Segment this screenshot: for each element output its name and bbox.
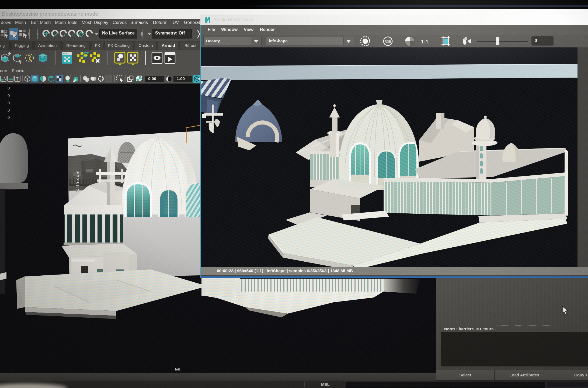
select-camera-icon[interactable] — [1, 76, 6, 81]
rgb-channel-icon[interactable]: RGB — [384, 37, 392, 46]
shelf-tab-animation[interactable]: Animation — [35, 41, 60, 50]
select-by-object-icon[interactable] — [9, 28, 18, 40]
shelf-tab-custom[interactable]: Custom — [135, 41, 156, 50]
polymesh-icon[interactable] — [39, 53, 47, 63]
notes-text-area[interactable] — [441, 332, 588, 366]
mel-command-input[interactable] — [346, 382, 545, 388]
mel-command-label[interactable]: MEL — [321, 382, 330, 387]
xray-spheres-icon[interactable] — [83, 76, 89, 82]
snapshot-aperture-icon[interactable] — [463, 37, 471, 46]
aov-dropdown[interactable]: Beauty — [203, 37, 262, 45]
scene-export-icon[interactable] — [25, 54, 33, 62]
textured-sphere-icon[interactable] — [40, 76, 46, 82]
wireframe-cube-icon[interactable] — [25, 76, 30, 82]
render-refresh-icon[interactable] — [77, 52, 89, 63]
shadows-checker-icon[interactable] — [55, 75, 63, 82]
menu-deform[interactable]: Deform — [153, 20, 168, 25]
cylinder-icon[interactable] — [91, 77, 96, 81]
paint-sphere-icon[interactable] — [73, 77, 78, 82]
symmetry-field[interactable]: Symmetry: Off — [152, 29, 192, 39]
zoom-ratio-label[interactable]: 1:1 — [421, 39, 429, 44]
shelf-tab-bifrost[interactable]: Bifrost — [180, 41, 200, 50]
viewport-camera-label: left — [175, 367, 180, 371]
light-bulb-icon[interactable] — [65, 75, 71, 82]
iterations-value: 0 — [535, 38, 537, 43]
gamma-field[interactable]: 1.00 — [173, 76, 192, 82]
menu-generate[interactable]: Generate — [184, 20, 203, 25]
menu-uv[interactable]: UV — [173, 20, 179, 25]
shelf-tab-rigging[interactable]: Rigging — [12, 41, 32, 50]
exposure-value: 0.00 — [148, 76, 156, 81]
symmetry-label: Symmetry: Off — [155, 31, 185, 36]
ring-icon[interactable] — [98, 76, 103, 81]
panel-menu-renderer[interactable]: erer — [0, 68, 7, 73]
exposure-pie-icon[interactable] — [136, 76, 142, 81]
shelf-tab-fx-caching[interactable]: FX Caching — [105, 41, 133, 50]
select-button[interactable]: Select — [436, 370, 495, 380]
maya-window-title: Desktop\casino promenade\casino mode — [2, 11, 98, 17]
ipr-circle-icon[interactable] — [361, 37, 370, 46]
render-stop-icon[interactable] — [90, 52, 100, 63]
monitor-bezel-edge — [237, 5, 588, 7]
layers-icon[interactable] — [128, 76, 133, 81]
live-surface-field[interactable]: No Live Surface — [99, 29, 137, 39]
iterations-field[interactable]: 0 — [531, 36, 554, 46]
dropdown-caret-icon[interactable] — [95, 33, 98, 35]
isolate-select-icon[interactable] — [117, 76, 123, 83]
gamma-moon-icon[interactable] — [165, 76, 172, 83]
lighting-cube-icon[interactable] — [48, 76, 54, 82]
iterations-slider[interactable] — [477, 37, 528, 45]
load-attributes-button[interactable]: Load Attributes — [495, 370, 554, 380]
menu-mesh-tools[interactable]: Mesh Tools — [55, 20, 77, 25]
copy-tab-button[interactable]: Copy Tab — [554, 370, 588, 380]
shelf-tab-sculpting[interactable]: ng — [0, 41, 9, 50]
play-sequence-icon[interactable] — [165, 52, 175, 64]
notes-divider[interactable] — [497, 325, 554, 325]
aov-dropdown-value: Beauty — [206, 39, 220, 43]
snap-to-point-icon[interactable] — [59, 29, 67, 37]
arrow-right-icon[interactable] — [197, 29, 200, 39]
menu-mesh[interactable]: Mesh — [15, 20, 26, 25]
arnold-title-bar[interactable]: Arnold RenderView — [200, 15, 588, 25]
menu-windows[interactable]: dows — [1, 20, 11, 25]
light-objects-icon[interactable] — [115, 52, 125, 65]
quadrant-pie-icon[interactable] — [405, 36, 415, 46]
render-view-icon[interactable] — [62, 52, 72, 64]
help-line-field[interactable] — [547, 382, 588, 387]
crop-region-icon[interactable] — [441, 36, 450, 46]
arnold-menu-render[interactable]: Render — [260, 27, 275, 32]
camera-dropdown[interactable]: leftShape — [266, 37, 354, 45]
image-plane-icon[interactable] — [8, 76, 13, 81]
select-by-hierarchy-icon[interactable] — [1, 30, 8, 38]
arnold-render-image[interactable] — [201, 47, 588, 267]
snap-to-plane-icon[interactable] — [76, 29, 84, 37]
menu-mesh-display[interactable]: Mesh Display — [82, 20, 108, 25]
shelf-tab-rendering[interactable]: Rendering — [63, 41, 89, 50]
dropdown-caret-icon[interactable] — [148, 33, 151, 35]
standin-create-icon[interactable] — [1, 52, 11, 62]
select-by-component-icon[interactable] — [19, 30, 27, 38]
exposure-field[interactable]: 0.00 — [145, 76, 164, 82]
menu-curves[interactable]: Curves — [113, 20, 127, 25]
snap-to-curve-icon[interactable] — [51, 29, 59, 37]
arnold-menu-file[interactable]: File — [208, 27, 215, 32]
standin-export-icon[interactable] — [13, 54, 22, 64]
magnet-icon[interactable] — [85, 29, 93, 37]
moire-artifact — [201, 47, 577, 267]
snap-to-grid-icon[interactable] — [42, 29, 50, 37]
image-plane-watermark: CITY.com — [75, 170, 80, 192]
slider-handle-icon[interactable] — [496, 37, 499, 45]
watch-eye-icon[interactable] — [152, 52, 162, 64]
arnold-menu-window[interactable]: Window — [221, 27, 238, 32]
snap-to-projected-center-icon[interactable] — [68, 29, 75, 37]
texture-checker-icon[interactable] — [128, 52, 138, 65]
text-hud-icon[interactable]: T — [15, 76, 20, 81]
panel-menu-panels[interactable]: Panels — [12, 68, 24, 73]
menu-surfaces[interactable]: Surfaces — [130, 20, 148, 25]
menu-edit-mesh[interactable]: Edit Mesh — [31, 20, 51, 25]
screen-photo: Desktop\casino promenade\casino mode dow… — [0, 0, 588, 388]
shelf-tab-arnold[interactable]: Arnold — [158, 41, 178, 50]
arnold-menu-view[interactable]: View — [244, 27, 253, 32]
shelf-tab-fx[interactable]: FX — [92, 41, 103, 50]
shaded-cube-icon[interactable] — [31, 75, 39, 82]
